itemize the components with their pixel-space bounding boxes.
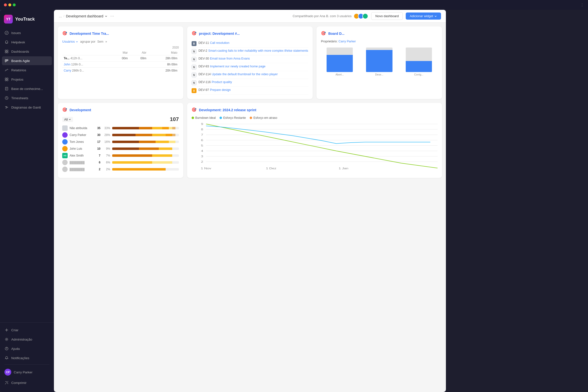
board-icon [4,58,9,63]
sidebar: YT YouTrack Issues Helpdesk Da [0,10,54,392]
svg-text:5: 5 [201,144,203,147]
bar-top-3 [406,48,432,61]
issue-badge-n: N [192,80,196,85]
sprint-legend: Burndown Ideal Esforço Restante Esforço … [192,116,438,120]
issue-item[interactable]: A DEV-97Prepare design [192,87,308,94]
issue-item[interactable]: N DEV-114Update the default thumbnail fo… [192,71,308,79]
traffic-lights[interactable] [4,4,16,6]
sidebar-item-notifications[interactable]: Notificações [2,354,52,362]
year-label: 2020 [62,46,179,49]
dev-widget-header: 🎯 Development [62,107,179,113]
sidebar-item-dashboards[interactable]: Dashboards [2,47,52,56]
dist-bar [112,161,179,164]
sidebar-label-helpdesk: Helpdesk [11,40,25,44]
bar-label-2: Dese... [375,73,383,76]
avatar-carry [62,132,68,138]
issue-item[interactable]: N DEV-2Smart-casting fails to infer null… [192,48,308,55]
legend-esforco: Esforço Restante [220,116,246,120]
sidebar-item-help[interactable]: Ajuda [2,344,52,353]
sidebar-label-help: Ajuda [11,347,20,350]
sidebar-item-projects[interactable]: Projetos [2,75,52,84]
sidebar-bottom: Criar Administração Ajuda Notificações [0,322,54,389]
sidebar-item-knowledge[interactable]: Base de conhecime... [2,84,52,93]
col-mar: Mar [111,50,129,55]
sprint-widget-title[interactable]: Development: 2024.2 release sprint [199,108,256,112]
sidebar-item-create[interactable]: Criar [2,326,52,334]
users-filter[interactable]: Usuários [62,40,78,43]
bar-label-1: Abert... [336,73,344,76]
sidebar-label-boards: Boards Agile [11,59,30,63]
sidebar-item-timesheets[interactable]: Timesheets [2,94,52,102]
book-icon [4,86,9,91]
sprint-widget-header: 🎯 Development: 2024.2 release sprint [192,107,438,113]
dev-widget-icon: 🎯 [62,107,68,113]
bar-group-2: Dese... [360,48,398,76]
app-name: YouTrack [15,17,35,22]
period-arrow[interactable]: » [105,40,107,43]
all-filter[interactable]: All [62,117,73,122]
dist-row: AS Alex Smith 7 7% [62,153,179,158]
dist-bar [112,168,179,170]
issues-widget-title[interactable]: project: Development #... [199,32,240,36]
esforco-dot [220,116,222,119]
sidebar-item-gantt[interactable]: Diagramas de Gantt [2,103,52,112]
minimize-button[interactable] [8,4,11,6]
legend-atraso: Esforço em atraso [250,116,277,120]
dist-bar [112,134,179,136]
burndown-dot [192,116,194,119]
check-circle-icon [4,30,9,35]
sidebar-item-reports[interactable]: Relatórios [2,66,52,74]
issue-item[interactable]: N DEV-116Product quality [192,79,308,87]
user-profile[interactable]: CP Carry Parker [2,366,52,378]
svg-rect-10 [7,78,8,79]
issue-item[interactable]: B DEV-11Call resolution [192,40,308,48]
window-chrome: ⋮ [0,0,588,10]
breadcrumb-current[interactable]: Development dashboard [66,14,108,18]
bar-bottom-2 [366,50,392,72]
new-dashboard-button[interactable]: Novo dashboard [371,12,403,20]
bar-bottom-1 [326,55,353,72]
board-chart: Abert... Dese... Cor [321,46,438,76]
svg-text:4: 4 [201,150,203,153]
sidebar-nav: Issues Helpdesk Dashboards Boards Agile [0,28,54,320]
issue-badge-n: N [192,72,196,78]
owner-line: Proprietário: Carry Parker [321,40,438,43]
sidebar-item-admin[interactable]: Administração [2,335,52,344]
time-tracking-widget: 🎯 Development Time Tra... Usuários agrup… [58,26,183,99]
time-widget-header: 🎯 Development Time Tra... [62,31,179,36]
owner-name[interactable]: Carry Parker [338,40,356,43]
clock-icon [4,96,9,100]
issue-item[interactable]: N DEV-93Implement our newly created home… [192,63,308,71]
issue-badge-a: A [192,88,196,93]
atraso-dot [250,116,252,119]
dist-bar [112,148,179,150]
dev-widget-title[interactable]: Development [70,108,91,112]
time-widget-title[interactable]: Development Time Tra... [70,32,109,36]
issues-widget-header: 🎯 project: Development #... [192,31,308,36]
maximize-button[interactable] [13,4,16,6]
sidebar-item-compress[interactable]: Comprimir [2,378,52,387]
sidebar-item-issues[interactable]: Issues [2,28,52,37]
dist-bar [112,127,179,129]
breadcrumb-dots[interactable]: ... [59,14,62,18]
period-btn[interactable]: Sem [97,40,104,43]
window-menu-icon[interactable]: ⋮ [580,3,584,7]
sprint-svg: 9 8 7 6 5 4 3 2 1 Nov 1 Dez [192,122,438,170]
sidebar-item-helpdesk[interactable]: Helpdesk [2,38,52,46]
add-widget-button[interactable]: Adicionar widget [406,12,441,20]
logo: YT YouTrack [0,13,54,28]
dist-row: John Luis 10 9% [62,146,179,152]
col-name [62,50,111,55]
issue-item[interactable]: N DEV-30Email issue from Anna Evans [192,55,308,63]
header-more-icon[interactable]: ⋯ [110,14,114,18]
svg-rect-11 [5,80,6,81]
sidebar-item-boards[interactable]: Boards Agile [2,56,52,65]
svg-point-1 [6,41,8,43]
svg-rect-9 [5,78,6,79]
svg-text:9: 9 [201,122,203,126]
board-widget-title[interactable]: Board D... [328,32,344,36]
avatar-group [354,13,368,19]
close-button[interactable] [4,4,7,6]
sprint-widget: 🎯 Development: 2024.2 release sprint Bur… [187,103,442,178]
avatar-john [62,146,68,152]
